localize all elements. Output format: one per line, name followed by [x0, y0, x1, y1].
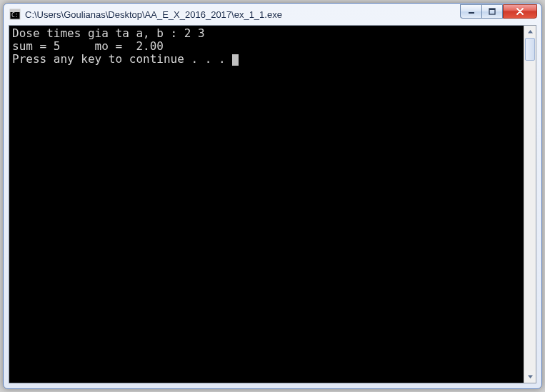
minimize-button[interactable]: [460, 4, 481, 19]
client-area: Dose times gia ta a, b : 2 3 sum = 5 mo …: [9, 25, 536, 383]
console-line: Press any key to continue . . .: [12, 52, 232, 66]
vertical-scrollbar[interactable]: [524, 26, 536, 383]
console-output[interactable]: Dose times gia ta a, b : 2 3 sum = 5 mo …: [9, 26, 524, 383]
titlebar[interactable]: C: C:\Users\Goulianas\Desktop\AA_E_X_201…: [4, 4, 541, 25]
svg-rect-5: [489, 9, 495, 10]
chevron-up-icon: [527, 29, 534, 35]
minimize-icon: [468, 8, 475, 15]
close-icon: [516, 8, 524, 15]
chevron-down-icon: [527, 373, 534, 380]
maximize-button[interactable]: [481, 4, 503, 19]
text-cursor: [232, 54, 239, 66]
maximize-icon: [489, 8, 496, 15]
scroll-up-button[interactable]: [524, 26, 536, 38]
app-icon: C:: [9, 9, 21, 20]
scroll-thumb[interactable]: [525, 38, 535, 61]
close-button[interactable]: [503, 4, 537, 19]
window-controls: [460, 4, 537, 19]
scroll-down-button[interactable]: [524, 371, 536, 383]
window-title: C:\Users\Goulianas\Desktop\AA_E_X_2016_2…: [25, 9, 460, 20]
scroll-track[interactable]: [524, 38, 536, 371]
console-line: Dose times gia ta a, b : 2 3: [12, 26, 205, 40]
svg-rect-3: [469, 12, 474, 14]
svg-text:C:: C:: [11, 12, 19, 19]
console-window: C: C:\Users\Goulianas\Desktop\AA_E_X_201…: [3, 3, 542, 389]
console-line: sum = 5 mo = 2.00: [12, 39, 164, 53]
